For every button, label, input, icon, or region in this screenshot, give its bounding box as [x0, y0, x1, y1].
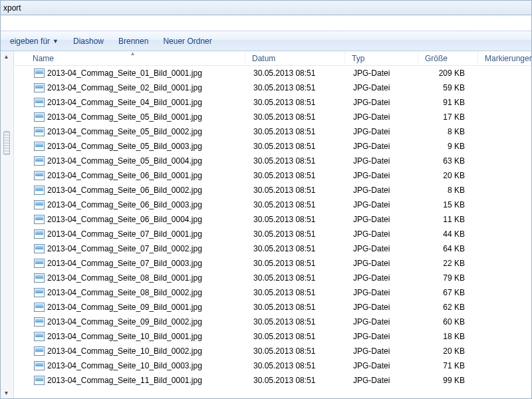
- column-header-size[interactable]: Größe: [418, 51, 478, 65]
- image-file-icon: [34, 303, 45, 312]
- file-name-cell: 2013-04_Commag_Seite_05_Bild_0001.jpg: [27, 112, 247, 122]
- share-with-button[interactable]: eigeben für ▼: [3, 34, 65, 49]
- file-name-text: 2013-04_Commag_Seite_10_Bild_0003.jpg: [47, 361, 202, 370]
- content-area: ▴ ▾ Name ▲ Datum Typ Größe: [1, 51, 531, 398]
- column-gutter: [14, 51, 26, 65]
- file-row[interactable]: 2013-04_Commag_Seite_09_Bild_0002.jpg30.…: [14, 315, 531, 329]
- image-file-icon: [34, 346, 45, 356]
- file-size-cell: 62 KB: [420, 303, 479, 312]
- file-name-text: 2013-04_Commag_Seite_06_Bild_0001.jpg: [47, 171, 202, 180]
- column-header-name-label: Name: [33, 54, 54, 63]
- image-file-icon: [34, 142, 45, 151]
- file-name-cell: 2013-04_Commag_Seite_10_Bild_0003.jpg: [27, 361, 247, 371]
- file-name-text: 2013-04_Commag_Seite_06_Bild_0003.jpg: [47, 200, 202, 209]
- burn-button[interactable]: Brennen: [112, 34, 155, 49]
- file-row[interactable]: 2013-04_Commag_Seite_05_Bild_0004.jpg30.…: [14, 154, 531, 168]
- file-name-text: 2013-04_Commag_Seite_04_Bild_0001.jpg: [47, 98, 202, 107]
- share-with-label: eigeben für: [10, 37, 50, 46]
- file-row[interactable]: 2013-04_Commag_Seite_10_Bild_0001.jpg30.…: [14, 329, 531, 344]
- file-row[interactable]: 2013-04_Commag_Seite_08_Bild_0002.jpg30.…: [14, 285, 531, 300]
- file-size-cell: 209 KB: [420, 68, 479, 78]
- file-row[interactable]: 2013-04_Commag_Seite_09_Bild_0001.jpg30.…: [14, 300, 531, 315]
- file-row[interactable]: 2013-04_Commag_Seite_06_Bild_0001.jpg30.…: [14, 168, 531, 183]
- file-row[interactable]: 2013-04_Commag_Seite_06_Bild_0003.jpg30.…: [14, 198, 531, 212]
- file-name-cell: 2013-04_Commag_Seite_10_Bild_0001.jpg: [27, 332, 247, 342]
- file-type-cell: JPG-Datei: [346, 156, 420, 166]
- scroll-up-icon[interactable]: ▴: [2, 53, 10, 61]
- file-name-cell: 2013-04_Commag_Seite_05_Bild_0003.jpg: [27, 142, 247, 152]
- file-name-cell: 2013-04_Commag_Seite_08_Bild_0002.jpg: [27, 288, 247, 298]
- file-date-cell: 30.05.2013 08:51: [247, 171, 346, 180]
- file-name-cell: 2013-04_Commag_Seite_11_Bild_0001.jpg: [27, 376, 247, 386]
- file-row[interactable]: 2013-04_Commag_Seite_07_Bild_0003.jpg30.…: [14, 256, 531, 271]
- file-name-text: 2013-04_Commag_Seite_05_Bild_0004.jpg: [47, 156, 202, 166]
- file-size-cell: 67 KB: [420, 288, 479, 297]
- file-type-cell: JPG-Datei: [346, 361, 420, 370]
- file-row[interactable]: 2013-04_Commag_Seite_11_Bild_0001.jpg30.…: [14, 373, 531, 388]
- image-file-icon: [34, 171, 45, 180]
- file-size-cell: 79 KB: [420, 273, 479, 283]
- splitter-handle[interactable]: [3, 131, 10, 155]
- file-date-cell: 30.05.2013 08:51: [247, 200, 346, 209]
- new-folder-button[interactable]: Neuer Ordner: [156, 34, 218, 49]
- column-header-row: Name ▲ Datum Typ Größe Markierungen: [14, 51, 531, 66]
- file-row[interactable]: 2013-04_Commag_Seite_10_Bild_0002.jpg30.…: [14, 344, 531, 358]
- column-header-type-label: Typ: [352, 54, 364, 63]
- nav-pane-collapsed[interactable]: ▴ ▾: [1, 51, 14, 398]
- file-name-text: 2013-04_Commag_Seite_02_Bild_0001.jpg: [47, 83, 202, 92]
- file-date-cell: 30.05.2013 08:51: [247, 156, 346, 166]
- file-size-cell: 8 KB: [420, 186, 479, 195]
- file-date-cell: 30.05.2013 08:51: [247, 142, 346, 151]
- slideshow-button[interactable]: Diashow: [66, 34, 110, 49]
- file-name-text: 2013-04_Commag_Seite_07_Bild_0001.jpg: [47, 229, 202, 239]
- file-type-cell: JPG-Datei: [346, 200, 420, 209]
- file-row[interactable]: 2013-04_Commag_Seite_06_Bild_0002.jpg30.…: [14, 183, 531, 198]
- fade-overlay: [14, 394, 531, 398]
- column-header-date[interactable]: Datum: [245, 51, 345, 65]
- file-size-cell: 64 KB: [420, 244, 479, 253]
- file-name-text: 2013-04_Commag_Seite_07_Bild_0002.jpg: [47, 244, 202, 253]
- toolbar: eigeben für ▼ Diashow Brennen Neuer Ordn…: [1, 31, 531, 51]
- file-date-cell: 30.05.2013 08:51: [247, 259, 346, 268]
- file-size-cell: 17 KB: [420, 112, 479, 122]
- image-file-icon: [34, 332, 45, 341]
- titlebar[interactable]: xport: [1, 1, 531, 15]
- sort-indicator-icon: ▲: [130, 51, 136, 57]
- file-name-text: 2013-04_Commag_Seite_01_Bild_0001.jpg: [47, 68, 202, 78]
- file-name-cell: 2013-04_Commag_Seite_04_Bild_0001.jpg: [27, 98, 247, 108]
- file-row[interactable]: 2013-04_Commag_Seite_01_Bild_0001.jpg30.…: [14, 66, 531, 80]
- column-header-tags[interactable]: Markierungen: [478, 51, 531, 65]
- file-row[interactable]: 2013-04_Commag_Seite_10_Bild_0003.jpg30.…: [14, 358, 531, 373]
- file-row[interactable]: 2013-04_Commag_Seite_07_Bild_0001.jpg30.…: [14, 227, 531, 241]
- file-date-cell: 30.05.2013 08:51: [247, 273, 346, 283]
- file-size-cell: 9 KB: [420, 142, 479, 151]
- image-file-icon: [34, 229, 45, 239]
- image-file-icon: [34, 376, 45, 385]
- burn-label: Brennen: [118, 37, 148, 46]
- file-size-cell: 59 KB: [420, 83, 479, 92]
- file-name-text: 2013-04_Commag_Seite_08_Bild_0002.jpg: [47, 288, 202, 297]
- file-row[interactable]: 2013-04_Commag_Seite_05_Bild_0001.jpg30.…: [14, 110, 531, 124]
- file-size-cell: 91 KB: [420, 98, 479, 107]
- window-title: xport: [3, 3, 21, 13]
- file-row[interactable]: 2013-04_Commag_Seite_02_Bild_0001.jpg30.…: [14, 80, 531, 95]
- file-type-cell: JPG-Datei: [346, 288, 420, 297]
- file-type-cell: JPG-Datei: [346, 303, 420, 312]
- address-bar[interactable]: [1, 15, 531, 31]
- file-row[interactable]: 2013-04_Commag_Seite_06_Bild_0004.jpg30.…: [14, 212, 531, 227]
- file-row[interactable]: 2013-04_Commag_Seite_05_Bild_0002.jpg30.…: [14, 124, 531, 139]
- file-type-cell: JPG-Datei: [346, 112, 420, 122]
- image-file-icon: [34, 200, 45, 209]
- file-row[interactable]: 2013-04_Commag_Seite_08_Bild_0001.jpg30.…: [14, 271, 531, 285]
- column-header-name[interactable]: Name ▲: [26, 51, 245, 65]
- column-header-type[interactable]: Typ: [345, 51, 418, 65]
- file-size-cell: 20 KB: [420, 346, 479, 356]
- image-file-icon: [34, 127, 45, 136]
- file-row[interactable]: 2013-04_Commag_Seite_04_Bild_0001.jpg30.…: [14, 95, 531, 110]
- image-file-icon: [34, 156, 45, 166]
- file-row[interactable]: 2013-04_Commag_Seite_07_Bild_0002.jpg30.…: [14, 241, 531, 256]
- file-row[interactable]: 2013-04_Commag_Seite_05_Bild_0003.jpg30.…: [14, 139, 531, 154]
- scroll-down-icon[interactable]: ▾: [2, 389, 10, 397]
- file-date-cell: 30.05.2013 08:51: [247, 332, 346, 341]
- file-name-text: 2013-04_Commag_Seite_05_Bild_0002.jpg: [47, 127, 202, 136]
